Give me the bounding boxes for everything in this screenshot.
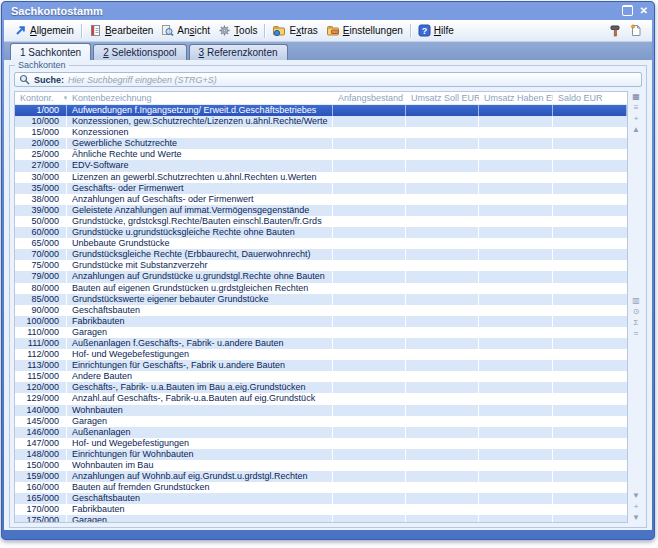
saldo-cell[interactable] [553, 360, 627, 371]
anfangsbestand-cell[interactable] [333, 427, 406, 438]
saldo-cell[interactable] [553, 271, 627, 282]
scroll-down-icon[interactable]: ▼ [630, 490, 643, 501]
anfangsbestand-cell[interactable] [333, 338, 406, 349]
col-header-saldo[interactable]: Saldo EUR [553, 92, 627, 104]
account-name-cell[interactable]: Ähnliche Rechte und Werte [67, 149, 333, 160]
umsatz-soll-cell[interactable] [406, 493, 479, 504]
table-row[interactable]: 75/000 Grundstücke mit Substanzverzehr [15, 260, 627, 271]
umsatz-haben-cell[interactable] [479, 504, 553, 515]
table-row[interactable]: 20/000 Gewerbliche Schutzrechte [15, 138, 627, 149]
search-records-icon[interactable]: ⊙ [630, 306, 643, 317]
table-row[interactable]: 159/000 Anzahlungen auf Wohnb.auf eig.Gr… [15, 471, 627, 482]
saldo-cell[interactable] [553, 149, 627, 160]
table-row[interactable]: 70/000 Grundstücksgleiche Rechte (Erbbau… [15, 249, 627, 260]
account-number-cell[interactable]: 170/000 [15, 504, 67, 515]
umsatz-soll-cell[interactable] [406, 216, 479, 227]
anfangsbestand-cell[interactable] [333, 138, 406, 149]
add-record-icon[interactable]: + [630, 501, 643, 512]
anfangsbestand-cell[interactable] [333, 283, 406, 294]
saldo-cell[interactable] [553, 382, 627, 393]
account-number-cell[interactable]: 120/000 [15, 382, 67, 393]
account-number-cell[interactable]: 20/000 [15, 138, 67, 149]
account-number-cell[interactable]: 145/000 [15, 416, 67, 427]
umsatz-soll-cell[interactable] [406, 271, 479, 282]
saldo-cell[interactable] [553, 227, 627, 238]
table-row[interactable]: 120/000 Geschäfts-, Fabrik- u.a.Bauten i… [15, 382, 627, 393]
menu-extras[interactable]: Extras [268, 23, 321, 38]
account-name-cell[interactable]: Garagen [67, 416, 333, 427]
umsatz-haben-cell[interactable] [479, 160, 553, 171]
umsatz-haben-cell[interactable] [479, 382, 553, 393]
umsatz-haben-cell[interactable] [479, 371, 553, 382]
anfangsbestand-cell[interactable] [333, 127, 406, 138]
titlebar[interactable]: Sachkontostamm ✕ [1, 1, 655, 20]
search-input[interactable]: Suche: Hier Suchbegriff eingeben (STRG+S… [14, 72, 642, 87]
account-name-cell[interactable]: Hof- und Wegebefestigungen [67, 349, 333, 360]
saldo-cell[interactable] [553, 393, 627, 404]
table-row[interactable]: 60/000 Grundstücke u.grundstücksgleiche … [15, 227, 627, 238]
umsatz-haben-cell[interactable] [479, 316, 553, 327]
table-row[interactable]: 140/000 Wohnbauten [15, 405, 627, 416]
umsatz-soll-cell[interactable] [406, 172, 479, 183]
umsatz-soll-cell[interactable] [406, 349, 479, 360]
account-number-cell[interactable]: 129/000 [15, 393, 67, 404]
account-name-cell[interactable]: Grundstücke mit Substanzverzehr [67, 260, 333, 271]
table-row[interactable]: 145/000 Garagen [15, 416, 627, 427]
account-name-cell[interactable]: Garagen [67, 515, 333, 523]
umsatz-soll-cell[interactable] [406, 260, 479, 271]
umsatz-soll-cell[interactable] [406, 105, 479, 116]
anfangsbestand-cell[interactable] [333, 349, 406, 360]
table-row[interactable]: 15/000 Konzessionen [15, 127, 627, 138]
table-row[interactable]: 112/000 Hof- und Wegebefestigungen [15, 349, 627, 360]
account-number-cell[interactable]: 75/000 [15, 260, 67, 271]
umsatz-soll-cell[interactable] [406, 238, 479, 249]
umsatz-haben-cell[interactable] [479, 493, 553, 504]
table-row[interactable]: 147/000 Hof- und Wegebefestigungen [15, 438, 627, 449]
scroll-bottom-icon[interactable]: ▼ [630, 512, 643, 523]
tab-sachkonten[interactable]: 1 Sachkonten [10, 43, 91, 60]
column-width-icon[interactable]: ▥ [630, 295, 643, 306]
anfangsbestand-cell[interactable] [333, 382, 406, 393]
anfangsbestand-cell[interactable] [333, 327, 406, 338]
umsatz-haben-cell[interactable] [479, 427, 553, 438]
account-number-cell[interactable]: 50/000 [15, 216, 67, 227]
umsatz-soll-cell[interactable] [406, 127, 479, 138]
table-row[interactable]: 100/000 Fabrikbauten [15, 316, 627, 327]
umsatz-haben-cell[interactable] [479, 283, 553, 294]
column-options-icon[interactable]: ▦ [630, 91, 643, 102]
table-row[interactable]: 90/000 Geschäftsbauten [15, 305, 627, 316]
umsatz-haben-cell[interactable] [479, 405, 553, 416]
anfangsbestand-cell[interactable] [333, 393, 406, 404]
anfangsbestand-cell[interactable] [333, 149, 406, 160]
umsatz-haben-cell[interactable] [479, 438, 553, 449]
saldo-cell[interactable] [553, 116, 627, 127]
account-name-cell[interactable]: Hof- und Wegebefestigungen [67, 438, 333, 449]
account-number-cell[interactable]: 112/000 [15, 349, 67, 360]
table-row[interactable]: 25/000 Ähnliche Rechte und Werte [15, 149, 627, 160]
umsatz-soll-cell[interactable] [406, 371, 479, 382]
expand-icon[interactable]: + [630, 113, 643, 124]
saldo-cell[interactable] [553, 427, 627, 438]
account-name-cell[interactable]: Unbebaute Grundstücke [67, 238, 333, 249]
table-row[interactable]: 175/000 Garagen [15, 515, 627, 523]
saldo-cell[interactable] [553, 194, 627, 205]
anfangsbestand-cell[interactable] [333, 216, 406, 227]
saldo-cell[interactable] [553, 349, 627, 360]
umsatz-soll-cell[interactable] [406, 393, 479, 404]
umsatz-soll-cell[interactable] [406, 183, 479, 194]
menu-tools[interactable]: Tools [214, 23, 261, 38]
account-number-cell[interactable]: 100/000 [15, 316, 67, 327]
account-number-cell[interactable]: 15/000 [15, 127, 67, 138]
saldo-cell[interactable] [553, 294, 627, 305]
table-row[interactable]: 115/000 Andere Bauten [15, 371, 627, 382]
menu-allgemein[interactable]: Allgemein [10, 23, 78, 38]
umsatz-haben-cell[interactable] [479, 149, 553, 160]
umsatz-soll-cell[interactable] [406, 305, 479, 316]
tab-selektionspool[interactable]: 2 Selektionspool [93, 44, 186, 60]
account-number-cell[interactable]: 10/000 [15, 116, 67, 127]
account-number-cell[interactable]: 1/000 [15, 105, 67, 116]
saldo-cell[interactable] [553, 515, 627, 523]
account-number-cell[interactable]: 159/000 [15, 471, 67, 482]
table-row[interactable]: 38/000 Anzahlungen auf Geschäfts- oder F… [15, 194, 627, 205]
umsatz-soll-cell[interactable] [406, 149, 479, 160]
